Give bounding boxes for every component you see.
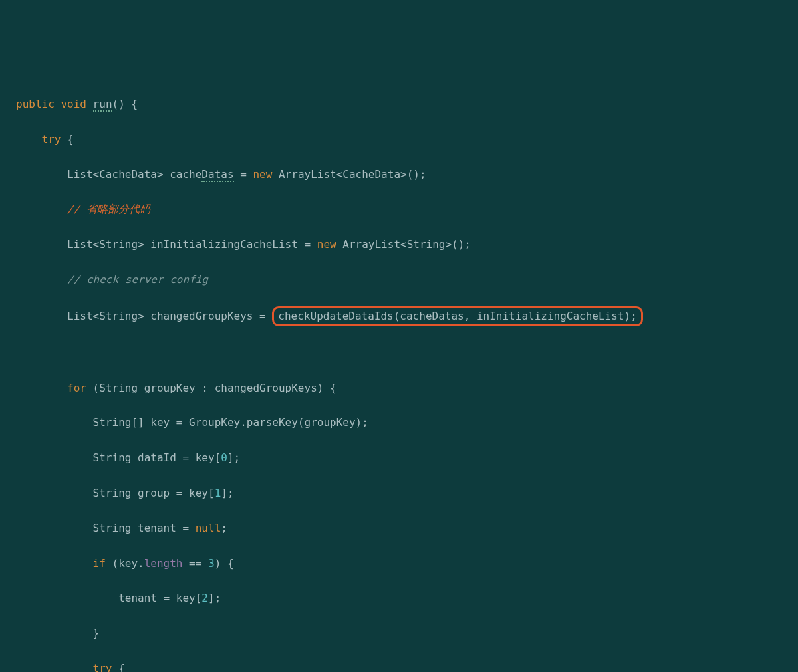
type-arraylist-cachedata: ArrayList<CacheData> <box>279 168 407 181</box>
var-group: group <box>138 487 170 499</box>
type-string: String <box>93 487 132 499</box>
type-list-string: List<String> <box>67 238 144 251</box>
code-line: List<CacheData> cacheDatas = new ArrayLi… <box>16 166 782 183</box>
keyword-public: public <box>16 98 55 110</box>
var-groupKey: groupKey <box>144 382 196 394</box>
comment-chinese: // 省略部分代码 <box>67 203 150 215</box>
class-groupkey: GroupKey <box>189 416 240 429</box>
op-eqeq: == <box>189 557 201 570</box>
code-line: // check server config <box>16 271 782 288</box>
code-line: try { <box>16 660 782 672</box>
code-line: String tenant = null; <box>16 520 782 537</box>
code-line: for (String groupKey : changedGroupKeys)… <box>16 380 782 397</box>
type-string-arr: String[] <box>93 416 144 429</box>
code-line: // 省略部分代码 <box>16 201 782 218</box>
number-3: 3 <box>208 557 215 570</box>
code-line: String[] key = GroupKey.parseKey(groupKe… <box>16 414 782 431</box>
type-arraylist-string: ArrayList<String> <box>342 238 452 251</box>
property-length: length <box>144 557 183 570</box>
code-line: } <box>16 625 782 642</box>
keyword-new: new <box>253 168 272 181</box>
var-changedGroupKeys: changedGroupKeys <box>150 310 253 322</box>
code-line: try { <box>16 131 782 148</box>
keyword-null: null <box>196 522 221 534</box>
code-line: String group = key[1]; <box>16 485 782 502</box>
keyword-new: new <box>317 238 336 251</box>
code-line: if (key.length == 3) { <box>16 555 782 572</box>
code-line <box>16 344 782 362</box>
keyword-if: if <box>93 557 106 570</box>
var-changedGroupKeys: changedGroupKeys <box>215 382 317 394</box>
var-key: key <box>150 416 170 429</box>
type-string: String <box>93 451 132 464</box>
type-string: String <box>99 382 138 394</box>
code-line: tenant = key[2]; <box>16 590 782 607</box>
var-dataId: dataId <box>138 451 176 464</box>
comment-check-server-config: // check server config <box>67 273 208 286</box>
code-line: List<String> changedGroupKeys = checkUpd… <box>16 306 782 327</box>
var-cacheDatas: Datas <box>201 168 233 182</box>
var-tenant: tenant <box>138 522 176 534</box>
type-list-cachedata: List<CacheData> <box>67 168 164 181</box>
type-list-string: List<String> <box>67 310 144 322</box>
code-line: public void run() { <box>16 96 782 113</box>
keyword-for: for <box>67 382 86 394</box>
code-line: String dataId = key[0]; <box>16 449 782 467</box>
call-checkUpdateDataIds: checkUpdateDataIds(cacheDatas, inInitial… <box>278 310 636 322</box>
keyword-try: try <box>42 133 61 146</box>
number-0: 0 <box>221 451 227 464</box>
method-parseKey: .parseKey( <box>240 416 304 429</box>
code-editor[interactable]: public void run() { try { List<CacheData… <box>16 78 782 672</box>
highlight-checkUpdateDataIds: checkUpdateDataIds(cacheDatas, inInitial… <box>272 306 642 327</box>
var-inInitializingCacheList: inInitializingCacheList <box>150 238 298 251</box>
number-2: 2 <box>201 592 208 604</box>
keyword-void: void <box>61 98 86 110</box>
code-line: List<String> inInitializingCacheList = n… <box>16 236 782 253</box>
keyword-try: try <box>93 662 112 672</box>
number-1: 1 <box>215 487 221 499</box>
type-string: String <box>93 522 132 534</box>
method-name-run: run <box>93 98 112 112</box>
